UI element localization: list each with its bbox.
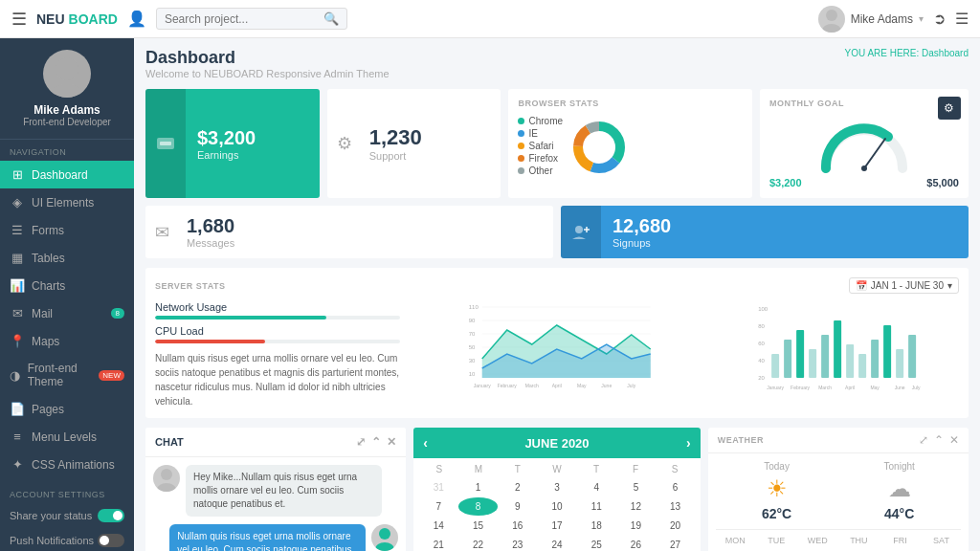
svg-text:10: 10 (469, 371, 476, 377)
svg-text:February: February (791, 385, 811, 390)
cal-cell[interactable]: 21 (419, 536, 457, 551)
cal-cell[interactable]: 26 (616, 536, 655, 551)
cpu-load-label: CPU Load (155, 325, 400, 337)
calendar-next-button[interactable]: › (686, 435, 691, 451)
search-bar[interactable]: 🔍 (156, 8, 347, 30)
cal-cell[interactable]: 10 (538, 497, 576, 516)
weather-today: Today ☀ 62°C (762, 461, 791, 521)
push-notifications-label: Push Notifications (10, 535, 94, 546)
server-stats-title: SERVER STATS (155, 281, 226, 291)
cal-cell[interactable]: 11 (577, 497, 615, 516)
svg-text:April: April (552, 383, 562, 388)
cal-cell[interactable]: 20 (657, 517, 695, 535)
svg-text:February: February (498, 383, 518, 388)
cal-cell[interactable]: 31 (419, 478, 457, 496)
sidebar-item-menu-levels[interactable]: ≡ Menu Levels (0, 423, 134, 451)
maps-icon: 📍 (10, 334, 25, 348)
svg-text:May: May (870, 385, 880, 390)
topbar-right: Mike Adams ▾ ➲ ☰ (818, 6, 969, 33)
cal-cell[interactable]: 27 (657, 536, 695, 551)
sidebar-item-charts[interactable]: 📊 Charts (0, 272, 134, 299)
calendar-prev-button[interactable]: ‹ (423, 435, 428, 451)
svg-rect-45 (796, 330, 804, 378)
sidebar-item-css-animations[interactable]: ✦ CSS Animations (0, 451, 134, 478)
cal-cell[interactable]: 5 (616, 478, 655, 496)
cal-cell[interactable]: 17 (538, 517, 576, 535)
bar-chart: 100 80 60 40 20 (714, 301, 959, 397)
menu-levels-icon: ≡ (10, 430, 25, 444)
logo: NEUBOARD (36, 11, 118, 27)
sidebar-item-tables[interactable]: ▦ Tables (0, 244, 134, 272)
chat-avatar-other (153, 465, 180, 492)
sidebar-item-maps[interactable]: 📍 Maps (0, 327, 134, 355)
cal-cell[interactable]: 2 (499, 478, 537, 496)
cal-cell[interactable]: 23 (499, 536, 537, 551)
cal-cell[interactable]: 22 (458, 536, 497, 551)
search-input[interactable] (165, 12, 319, 26)
browser-legend: Chrome IE Safari Firefox Other (518, 116, 563, 178)
svg-text:110: 110 (469, 304, 479, 310)
push-notifications-toggle[interactable] (98, 534, 124, 547)
browser-stats-card: BROWSER STATS Chrome IE Safari Firefox O… (508, 89, 751, 198)
chat-message-other: Hey Mike...Nullam quis risus eget urna m… (153, 465, 398, 517)
cal-cell[interactable]: 6 (657, 478, 695, 496)
cal-cell-today[interactable]: 8 (458, 497, 497, 516)
svg-point-1 (822, 24, 841, 33)
weather-expand-icon[interactable]: ⤢ (919, 433, 928, 447)
network-usage-label: Network Usage (155, 301, 400, 313)
svg-text:April: April (845, 385, 855, 390)
sidebar-item-frontend-theme[interactable]: ◑ Front-end Theme NEW (0, 355, 134, 395)
user-menu[interactable]: Mike Adams ▾ (818, 6, 924, 33)
mail-icon: ✉ (10, 306, 25, 320)
cal-cell[interactable]: 25 (577, 536, 615, 551)
calendar-title: JUNE 2020 (524, 436, 589, 451)
sidebar-item-forms[interactable]: ☰ Forms (0, 216, 134, 244)
support-icon: ⚙ (327, 123, 362, 164)
weather-collapse-icon[interactable]: ⌃ (934, 433, 944, 447)
sidebar-item-label: Charts (32, 279, 65, 293)
cal-cell[interactable]: 4 (577, 478, 615, 496)
cal-cell[interactable]: 19 (616, 517, 655, 535)
calendar-grid[interactable]: 31 1 2 3 4 5 6 7 8 9 10 11 12 1 (419, 478, 694, 551)
weather-close-icon[interactable]: ✕ (949, 433, 959, 447)
goal-settings-button[interactable]: ⚙ (938, 97, 961, 120)
topbar-menu-icon[interactable]: ☰ (955, 10, 969, 28)
svg-text:July: July (628, 383, 636, 388)
cal-cell[interactable]: 3 (538, 478, 576, 496)
calendar-icon: 📅 (856, 280, 867, 291)
cal-cell[interactable]: 15 (458, 517, 497, 535)
chat-expand-icon[interactable]: ⤢ (356, 435, 366, 449)
sidebar-item-dashboard[interactable]: ⊞ Dashboard (0, 161, 134, 188)
cal-cell[interactable]: 7 (419, 497, 457, 516)
breadcrumb: YOU ARE HERE: Dashboard (844, 48, 969, 58)
week-cloud-icon: ☁ (922, 547, 961, 551)
sidebar-item-mail[interactable]: ✉ Mail 8 (0, 299, 134, 327)
cal-cell[interactable]: 13 (657, 497, 695, 516)
date-filter[interactable]: 📅 JAN 1 - JUNE 30 ▾ (849, 277, 959, 294)
svg-rect-48 (834, 320, 841, 378)
weather-tonight-temp: 44°C (884, 506, 915, 521)
cal-cell[interactable]: 9 (499, 497, 537, 516)
cal-cell[interactable]: 18 (577, 517, 615, 535)
week-cloud-icon: ☁ (798, 547, 837, 551)
svg-text:20: 20 (758, 375, 765, 381)
share-status-toggle[interactable] (98, 509, 124, 522)
svg-point-11 (585, 133, 613, 162)
sidebar-item-pages[interactable]: 📄 Pages (0, 395, 134, 423)
other-dot (518, 167, 524, 174)
cal-cell[interactable]: 24 (538, 536, 576, 551)
sidebar-item-label: Tables (32, 252, 65, 265)
cal-cell[interactable]: 16 (499, 517, 537, 535)
sidebar-item-ui-elements[interactable]: ◈ UI Elements (0, 188, 134, 216)
network-usage-bar (155, 316, 400, 320)
chat-collapse-icon[interactable]: ⌃ (371, 435, 381, 449)
chat-close-icon[interactable]: ✕ (387, 435, 396, 449)
svg-rect-49 (846, 344, 854, 378)
cal-cell[interactable]: 1 (458, 478, 497, 496)
cal-cell[interactable]: 14 (419, 517, 457, 535)
browser-stats-inner: Chrome IE Safari Firefox Other (518, 116, 742, 178)
expand-icon[interactable]: ➲ (933, 10, 946, 28)
hamburger-icon[interactable]: ☰ (11, 9, 27, 30)
cal-cell[interactable]: 12 (616, 497, 655, 516)
user-icon[interactable]: 👤 (127, 10, 146, 28)
